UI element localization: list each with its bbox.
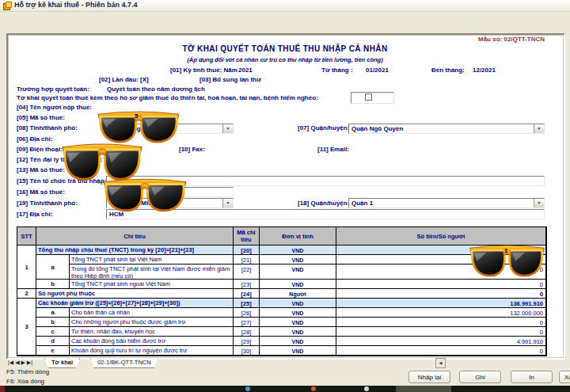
button-nhap-lai[interactable]: Nhập lại [408,371,450,383]
sunglasses-overlay [101,175,188,213]
browser-icon[interactable] [311,386,316,391]
tab-to-khai[interactable]: Tờ khai [44,358,80,368]
button-xoa[interactable]: Xóa [559,371,570,383]
tax-code-visible-fragment: 5 [135,112,138,120]
tax-table: STTChỉ tiêuMã chỉ tiêuĐơn vị tínhSố tiền… [0,0,570,392]
taskbar[interactable] [0,386,570,392]
browser-icon[interactable] [245,386,250,391]
hint-f6: F6: Xóa dòng [6,378,44,385]
app-tray-icon[interactable] [364,386,369,391]
hint-f5: F5: Thêm dòng [6,368,49,375]
tab-nav[interactable]: |◀ ◀ ▶ ▶| [8,358,32,367]
scroll-left-icon[interactable]: ◀ [435,358,446,368]
taskbar-active-task[interactable] [396,386,451,392]
tab-bk-qtt-tncn[interactable]: 02-1/BK-QTT-TNCN [90,358,158,368]
row20-visible-fragment: 1 [504,247,507,254]
taskbar-corner [0,386,5,392]
button-in[interactable]: In [511,371,553,383]
button-ghi[interactable]: Ghi [459,371,501,383]
